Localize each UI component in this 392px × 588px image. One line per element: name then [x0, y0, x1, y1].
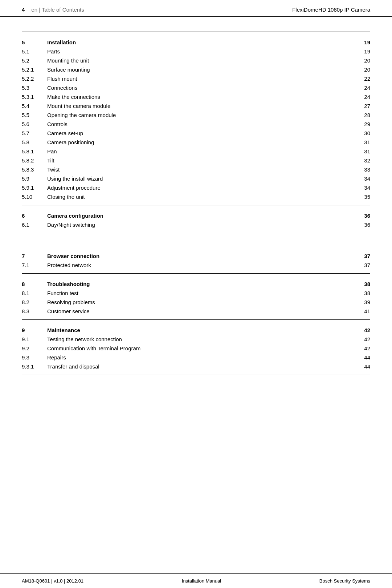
page: 4 en | Table of Contents FlexiDomeHD 108… [0, 0, 392, 588]
toc-page-number: 36 [356, 222, 370, 228]
toc-section-title: Troubleshooting [47, 281, 356, 287]
toc-section-number: 5.8 [22, 139, 47, 145]
toc-section-title: Maintenance [47, 327, 356, 333]
toc-section-number: 9.1 [22, 336, 47, 342]
toc-page-number: 34 [356, 185, 370, 191]
footer-company: Bosch Security Systems [319, 578, 370, 584]
toc-row: 5.9Using the install wizard34 [22, 174, 370, 183]
toc-row: 5.10Closing the unit35 [22, 192, 370, 201]
toc-section-number: 9.3.1 [22, 363, 47, 370]
toc-row: 5.2.2Flush mount22 [22, 74, 370, 83]
toc-section-title: Parts [47, 48, 356, 55]
toc-row: 5Installation19 [22, 37, 370, 47]
toc-section-title: Day/Night switching [47, 222, 356, 228]
toc-page-number: 20 [356, 67, 370, 73]
toc-row: 9.3.1Transfer and disposal44 [22, 362, 370, 371]
toc-page-number: 29 [356, 121, 370, 127]
toc-section-number: 8.2 [22, 299, 47, 305]
page-footer: AM18-Q0601 | v1.0 | 2012.01 Installation… [0, 573, 392, 588]
page-header: 4 en | Table of Contents FlexiDomeHD 108… [0, 0, 392, 17]
toc-row: 7Browser connection37 [22, 251, 370, 261]
toc-section-title: Camera positioning [47, 139, 356, 145]
table-of-contents: 5Installation195.1Parts195.2Mounting the… [0, 17, 392, 387]
toc-page-number: 37 [356, 253, 370, 259]
toc-section-number: 7.1 [22, 262, 47, 268]
header-page-number: 4 [22, 7, 25, 13]
toc-page-number: 34 [356, 176, 370, 182]
toc-page-number: 19 [356, 48, 370, 55]
toc-section-number: 6.1 [22, 222, 47, 228]
section-divider [22, 32, 370, 32]
toc-row: 5.8.2Tilt32 [22, 156, 370, 165]
toc-section-title: Adjustment procedure [47, 185, 356, 191]
toc-section-title: Camera configuration [47, 213, 356, 219]
toc-section-number: 5 [22, 39, 47, 45]
header-section-label: en | Table of Contents [31, 7, 84, 13]
toc-page-number: 32 [356, 157, 370, 164]
toc-section-number: 8 [22, 281, 47, 287]
footer-doc-id: AM18-Q0601 | v1.0 | 2012.01 [22, 578, 83, 584]
toc-section-title: Transfer and disposal [47, 363, 356, 370]
toc-row: 8.2Resolving problems39 [22, 298, 370, 307]
toc-row: 5.2.1Surface mounting20 [22, 65, 370, 74]
toc-section-number: 5.4 [22, 103, 47, 109]
toc-section-title: Surface mounting [47, 67, 356, 73]
section-divider-final [22, 375, 370, 375]
toc-section-number: 5.3 [22, 85, 47, 91]
toc-section-title: Closing the unit [47, 194, 356, 200]
toc-page-number: 22 [356, 76, 370, 82]
toc-section-title: Communication with Terminal Program [47, 345, 356, 351]
toc-page-number: 44 [356, 363, 370, 370]
toc-row: 5.8.3Twist33 [22, 165, 370, 174]
toc-section-number: 5.1 [22, 48, 47, 55]
toc-section-number: 8.3 [22, 308, 47, 314]
toc-section-number: 5.8.2 [22, 157, 47, 164]
section-divider [22, 273, 370, 274]
toc-section-title: Mount the camera module [47, 103, 356, 109]
toc-row: 8.1Function test38 [22, 289, 370, 298]
toc-row: 6Camera configuration36 [22, 210, 370, 220]
toc-page-number: 38 [356, 290, 370, 296]
toc-section-number: 5.3.1 [22, 94, 47, 100]
toc-row: 5.3Connections24 [22, 83, 370, 92]
toc-page-number: 44 [356, 354, 370, 361]
toc-section-number: 9.3 [22, 354, 47, 361]
toc-section-title: Using the install wizard [47, 176, 356, 182]
toc-section-title: Controls [47, 121, 356, 127]
toc-page-number: 36 [356, 213, 370, 219]
toc-section-number: 5.2.1 [22, 67, 47, 73]
toc-page-number: 19 [356, 39, 370, 45]
toc-page-number: 37 [356, 262, 370, 268]
toc-section-number: 5.7 [22, 130, 47, 136]
toc-page-number: 39 [356, 299, 370, 305]
toc-row: 5.6Controls29 [22, 120, 370, 129]
toc-page-number: 35 [356, 194, 370, 200]
toc-row: 5.7Camera set-up30 [22, 129, 370, 138]
toc-page-number: 24 [356, 85, 370, 91]
footer-manual-type: Installation Manual [182, 578, 221, 584]
toc-section-title: Pan [47, 148, 356, 154]
toc-section-title: Protected network [47, 262, 356, 268]
toc-page-number: 42 [356, 327, 370, 333]
toc-row: 9.3Repairs44 [22, 353, 370, 362]
toc-section-number: 6 [22, 213, 47, 219]
toc-row: 5.8Camera positioning31 [22, 138, 370, 147]
toc-section-title: Customer service [47, 308, 356, 314]
toc-page-number: 42 [356, 345, 370, 351]
toc-row: 5.3.1Make the connections24 [22, 92, 370, 101]
toc-page-number: 20 [356, 57, 370, 64]
toc-row: 5.1Parts19 [22, 47, 370, 56]
toc-section-title: Repairs [47, 354, 356, 361]
toc-page-number: 31 [356, 139, 370, 145]
header-document-title: FlexiDomeHD 1080p IP Camera [292, 7, 370, 13]
toc-section-number: 9.2 [22, 345, 47, 351]
toc-page-number: 41 [356, 308, 370, 314]
toc-row: 5.2Mounting the unit20 [22, 56, 370, 65]
toc-page-number: 24 [356, 94, 370, 100]
toc-section-number: 5.9.1 [22, 185, 47, 191]
toc-section-title: Tilt [47, 157, 356, 164]
toc-section-title: Browser connection [47, 253, 356, 259]
toc-section-title: Opening the camera module [47, 112, 356, 118]
toc-section-number: 5.8.1 [22, 148, 47, 154]
section-divider [22, 233, 370, 233]
